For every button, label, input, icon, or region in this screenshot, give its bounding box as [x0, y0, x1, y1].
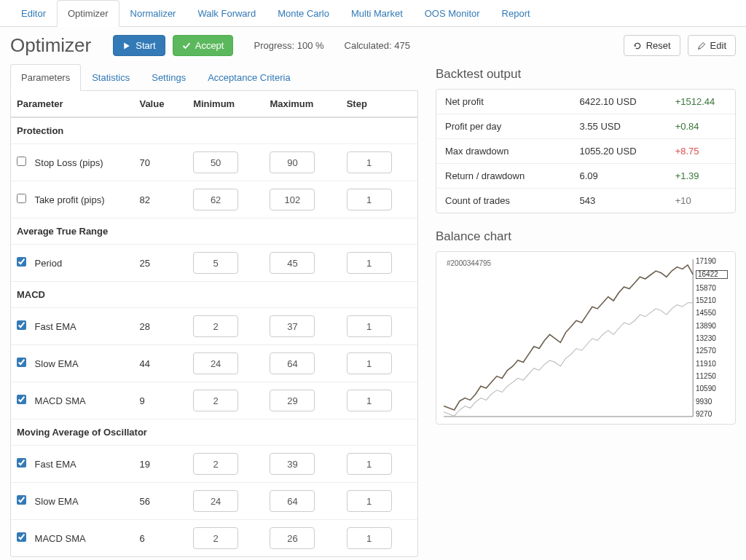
inner-tab-settings[interactable]: Settings [141, 64, 197, 91]
param-value: 9 [133, 382, 187, 419]
param-value: 28 [133, 308, 187, 345]
parameters-table: Parameter Value Minimum Maximum Step Pro… [11, 91, 417, 556]
inner-tab-acceptance-criteria[interactable]: Acceptance Criteria [197, 64, 301, 91]
param-max-input[interactable] [270, 189, 315, 210]
param-max-input[interactable] [270, 315, 315, 337]
param-min-input[interactable] [193, 453, 238, 475]
param-max-input[interactable] [270, 453, 315, 475]
metric-value: 6422.10 USD [571, 90, 667, 114]
nav-tab-normalizer[interactable]: Normalizer [119, 0, 187, 27]
param-row: Fast EMA28 [11, 308, 417, 345]
param-label[interactable]: Take profit (pips) [17, 194, 104, 205]
param-step-input[interactable] [347, 189, 392, 210]
nav-tab-monte-carlo[interactable]: Monte Carlo [267, 0, 340, 27]
param-step-input[interactable] [347, 390, 392, 411]
param-label[interactable]: Fast EMA [17, 459, 76, 470]
backtest-row: Return / drawdown6.09+1.39 [436, 164, 735, 189]
y-tick-label: 10590 [696, 385, 728, 393]
svg-marker-0 [125, 42, 130, 49]
pencil-icon [697, 42, 706, 50]
param-label[interactable]: Stop Loss (pips) [17, 157, 103, 168]
y-tick-label: 11910 [696, 360, 728, 368]
param-step-input[interactable] [347, 315, 392, 337]
col-parameter: Parameter [11, 91, 133, 117]
param-step-input[interactable] [347, 527, 392, 549]
param-checkbox[interactable] [17, 458, 26, 468]
param-checkbox[interactable] [17, 257, 26, 267]
edit-button[interactable]: Edit [688, 35, 736, 56]
param-min-input[interactable] [193, 252, 238, 274]
page-title: Optimizer [10, 34, 91, 57]
y-tick-label: 13890 [696, 323, 728, 330]
param-label[interactable]: MACD SMA [17, 533, 86, 544]
param-checkbox[interactable] [17, 194, 26, 203]
y-axis-labels: 1719016422158701521014550138901323012570… [696, 258, 728, 418]
metric-delta: +1.39 [667, 164, 735, 189]
param-row: Stop Loss (pips)70 [11, 144, 417, 181]
nav-tab-oos-monitor[interactable]: OOS Monitor [414, 0, 491, 27]
col-step: Step [341, 91, 417, 117]
param-min-input[interactable] [193, 352, 238, 374]
accept-label: Accept [195, 40, 224, 51]
param-min-input[interactable] [193, 189, 238, 210]
param-max-input[interactable] [270, 252, 315, 274]
reset-label: Reset [646, 40, 671, 51]
param-min-input[interactable] [193, 390, 238, 411]
param-checkbox[interactable] [17, 395, 26, 404]
metric-delta: +1512.44 [667, 90, 735, 114]
param-value: 25 [133, 245, 187, 282]
balance-panel: #2000344795 1719016422158701521014550138… [436, 251, 736, 425]
metric-value: 3.55 USD [571, 114, 667, 139]
param-checkbox[interactable] [17, 532, 26, 542]
nav-tab-optimizer[interactable]: Optimizer [57, 0, 119, 27]
start-button[interactable]: Start [113, 35, 165, 56]
param-step-input[interactable] [347, 490, 392, 512]
param-checkbox[interactable] [17, 358, 26, 367]
nav-tab-multi-market[interactable]: Multi Market [340, 0, 414, 27]
nav-tab-walk-forward[interactable]: Walk Forward [186, 0, 267, 27]
param-step-input[interactable] [347, 453, 392, 475]
param-step-input[interactable] [347, 151, 392, 173]
param-label[interactable]: Slow EMA [17, 358, 79, 369]
param-value: 19 [133, 446, 187, 483]
param-label[interactable]: Fast EMA [17, 321, 76, 332]
refresh-icon [633, 42, 642, 50]
backtest-title: Backtest output [436, 67, 736, 82]
param-value: 6 [133, 520, 187, 557]
param-step-input[interactable] [347, 352, 392, 374]
backtest-row: Profit per day3.55 USD+0.84 [436, 114, 735, 139]
param-checkbox[interactable] [17, 320, 26, 330]
calculated-text: Calculated: 475 [345, 40, 410, 51]
accept-button[interactable]: Accept [173, 35, 234, 56]
param-max-input[interactable] [270, 527, 315, 549]
param-label[interactable]: Period [17, 258, 62, 269]
param-min-input[interactable] [193, 527, 238, 549]
param-max-input[interactable] [270, 151, 315, 173]
nav-tab-report[interactable]: Report [491, 0, 541, 27]
balance-series-series-main [444, 265, 693, 410]
y-tick-label: 9930 [696, 398, 728, 406]
param-max-input[interactable] [270, 490, 315, 512]
param-label[interactable]: Slow EMA [17, 496, 79, 507]
y-tick-label: 13230 [696, 335, 728, 342]
check-icon [182, 42, 191, 50]
param-max-input[interactable] [270, 352, 315, 374]
param-checkbox[interactable] [17, 495, 26, 505]
y-tick-label: 12570 [696, 347, 728, 355]
param-step-input[interactable] [347, 252, 392, 274]
inner-tab-statistics[interactable]: Statistics [81, 64, 141, 91]
param-min-input[interactable] [193, 490, 238, 512]
backtest-table: Net profit6422.10 USD+1512.44Profit per … [436, 90, 735, 213]
param-min-input[interactable] [193, 151, 238, 173]
param-max-input[interactable] [270, 390, 315, 411]
nav-tab-editor[interactable]: Editor [10, 0, 57, 27]
param-checkbox[interactable] [17, 157, 26, 166]
param-min-input[interactable] [193, 315, 238, 337]
inner-tab-parameters[interactable]: Parameters [10, 64, 81, 91]
param-label[interactable]: MACD SMA [17, 395, 86, 406]
metric-value: 543 [571, 189, 667, 213]
y-tick-label: 16422 [696, 270, 728, 279]
param-row: Period25 [11, 245, 417, 282]
col-max: Maximum [264, 91, 340, 117]
reset-button[interactable]: Reset [624, 35, 680, 56]
